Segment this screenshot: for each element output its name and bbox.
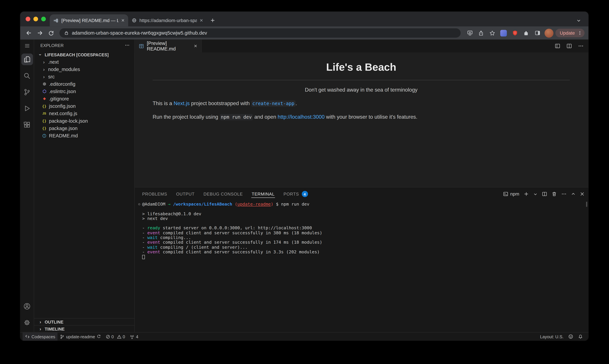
open-changes-icon[interactable] xyxy=(555,43,560,49)
close-panel-icon[interactable] xyxy=(580,192,585,196)
tree-item-file[interactable]: .eslintrc.json xyxy=(34,88,134,95)
terminal-process-item[interactable]: npm xyxy=(503,191,519,197)
terminal-cursor xyxy=(142,255,145,259)
tree-item-folder[interactable]: .next xyxy=(34,58,134,65)
tab-terminal[interactable]: TERMINAL xyxy=(251,190,275,198)
bookmark-star-icon[interactable] xyxy=(487,28,498,38)
chevron-down-icon[interactable] xyxy=(533,192,538,196)
command-decoration-icon[interactable] xyxy=(138,203,140,205)
status-bar: Codespaces update-readme 0 0 xyxy=(20,332,588,341)
notifications-bell-icon[interactable] xyxy=(576,334,585,339)
accounts-icon[interactable] xyxy=(20,298,34,314)
sidebar-item-source-control[interactable] xyxy=(20,84,34,100)
editor-tab-label: [Preview] README.md xyxy=(147,41,191,52)
gear-file-icon xyxy=(42,82,47,86)
desktop: [Preview] README.md — Lifes… https://ada… xyxy=(0,0,609,364)
feedback-smiley-icon[interactable] xyxy=(566,334,576,339)
layout-indicator[interactable]: Layout: U.S. xyxy=(538,334,566,339)
eslint-icon xyxy=(42,89,47,94)
address-bar[interactable]: adamdiom-urban-space-eureka-rwr6qgxgwq5c… xyxy=(59,28,461,38)
new-terminal-icon[interactable] xyxy=(524,191,529,197)
extension-badge-icon[interactable] xyxy=(498,28,509,38)
chevron-right-icon xyxy=(42,59,46,65)
browser-tab-inactive[interactable]: https://adamdiom-urban-spac… xyxy=(128,14,207,26)
tree-root[interactable]: LIFESABEACH [CODESPACES] xyxy=(34,51,134,58)
tagline: Don't get washed away in the sea of term… xyxy=(152,86,570,94)
tab-close-icon[interactable] xyxy=(121,19,125,22)
tab-close-icon[interactable] xyxy=(200,19,203,22)
tree-item-file[interactable]: .gitignore xyxy=(34,95,134,103)
markdown-preview-icon xyxy=(139,43,144,49)
tree-item-file[interactable]: package-lock.json xyxy=(34,117,134,125)
sidebar-item-extensions[interactable] xyxy=(20,116,34,133)
tab-problems[interactable]: PROBLEMS xyxy=(142,190,167,198)
tree-item-file[interactable]: README.md xyxy=(34,132,134,139)
problems-indicator[interactable]: 0 0 xyxy=(103,332,127,341)
share-icon[interactable] xyxy=(476,28,486,38)
update-button[interactable]: Update xyxy=(555,29,584,37)
tree-item-file[interactable]: next.config.js xyxy=(34,110,134,117)
sidebar-item-search[interactable] xyxy=(20,67,34,84)
editor-tab-preview-readme[interactable]: [Preview] README.md xyxy=(135,39,202,52)
panel-header: PROBLEMS OUTPUT DEBUG CONSOLE TERMINAL P… xyxy=(135,187,588,201)
split-editor-icon[interactable] xyxy=(566,43,572,49)
tab-debug-console[interactable]: DEBUG CONSOLE xyxy=(203,190,243,198)
terminal-viewport[interactable]: @AdamDIOM → /workspaces/LifesABeach (upd… xyxy=(135,201,588,332)
reload-button[interactable] xyxy=(46,28,56,38)
ports-count-badge: 4 xyxy=(302,191,308,197)
split-terminal-icon[interactable] xyxy=(542,191,547,197)
tab-search-chevron-icon[interactable] xyxy=(574,14,584,26)
tab-ports[interactable]: PORTS4 xyxy=(283,190,308,198)
settings-gear-icon[interactable] xyxy=(20,314,34,331)
kill-terminal-trash-icon[interactable] xyxy=(552,191,557,197)
extensions-puzzle-icon[interactable] xyxy=(521,28,532,38)
tree-item-file[interactable]: jsconfig.json xyxy=(34,103,134,110)
git-branch-icon xyxy=(60,334,65,339)
terminal-scrollbar[interactable] xyxy=(586,202,587,207)
more-actions-icon[interactable] xyxy=(125,43,130,48)
forward-button[interactable] xyxy=(35,28,45,38)
install-app-icon[interactable] xyxy=(465,28,475,38)
tree-item-folder[interactable]: src xyxy=(34,73,134,80)
paragraph-1: This is a Next.js project bootstrapped w… xyxy=(152,100,570,108)
tab-output[interactable]: OUTPUT xyxy=(176,190,195,198)
new-tab-button[interactable] xyxy=(207,14,218,26)
sidebar-item-explorer[interactable] xyxy=(20,51,34,67)
more-actions-icon[interactable] xyxy=(561,191,567,197)
git-icon xyxy=(42,97,47,101)
browser-window: [Preview] README.md — Lifes… https://ada… xyxy=(20,12,588,341)
lock-icon xyxy=(64,31,69,35)
explorer-sidebar: EXPLORER LIFESABEACH [CODESPACES] .next xyxy=(34,39,135,332)
maximize-panel-chevron-up-icon[interactable] xyxy=(571,192,576,196)
chevron-right-icon xyxy=(38,319,43,325)
create-next-app-link[interactable]: create-next-app xyxy=(251,100,296,107)
codespaces-remote-indicator[interactable]: Codespaces xyxy=(23,332,57,341)
localhost-link[interactable]: http://localhost:3000 xyxy=(278,114,325,120)
side-panel-icon[interactable] xyxy=(532,28,543,38)
traffic-lights xyxy=(26,17,46,21)
window-zoom-button[interactable] xyxy=(41,17,46,21)
ublock-extension-icon[interactable] xyxy=(510,28,520,38)
tree-item-folder[interactable]: node_modules xyxy=(34,65,134,73)
menu-icon[interactable] xyxy=(20,40,34,51)
forwarded-ports-indicator[interactable]: 4 xyxy=(127,332,140,341)
window-minimize-button[interactable] xyxy=(33,17,38,21)
window-close-button[interactable] xyxy=(26,17,30,21)
branch-indicator[interactable]: update-readme xyxy=(57,332,103,341)
terminal-line: - wait compiling / (client and server)..… xyxy=(142,245,588,250)
nextjs-link[interactable]: Next.js xyxy=(174,100,190,106)
tree-item-file[interactable]: package.json xyxy=(34,125,134,132)
sidebar-item-run-debug[interactable] xyxy=(20,100,34,117)
inline-code: npm run dev xyxy=(220,114,253,120)
timeline-section[interactable]: TIMELINE xyxy=(34,325,134,332)
terminal-line: > next dev xyxy=(142,216,588,221)
profile-avatar[interactable] xyxy=(545,29,554,38)
back-button[interactable] xyxy=(23,28,34,38)
more-actions-icon[interactable] xyxy=(578,43,584,49)
error-circle-slash-icon xyxy=(106,334,110,339)
browser-tab-active[interactable]: [Preview] README.md — Lifes… xyxy=(50,14,128,26)
tree-item-file[interactable]: .editorconfig xyxy=(34,80,134,88)
outline-section[interactable]: OUTLINE xyxy=(34,318,134,325)
js-icon xyxy=(42,112,47,115)
update-label: Update xyxy=(560,30,575,36)
